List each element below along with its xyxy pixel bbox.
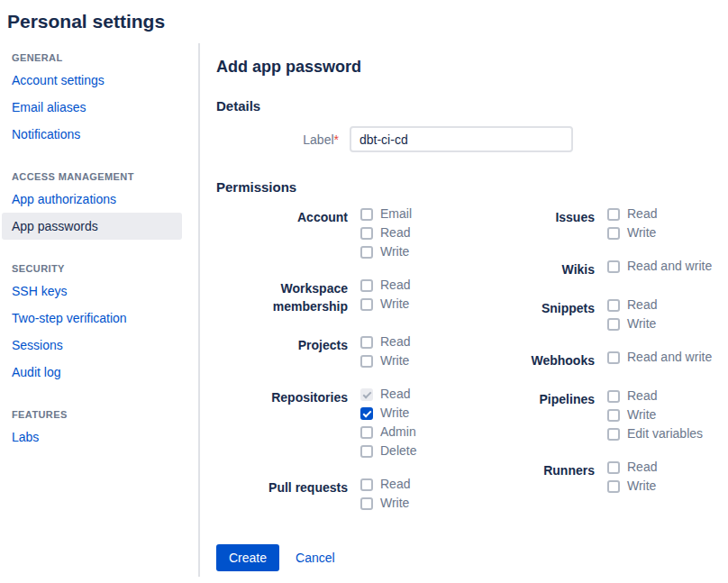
option-repositories-delete[interactable]: Delete [360, 444, 416, 458]
checkbox-label: Write [380, 245, 409, 259]
checkbox-label: Read [380, 387, 410, 401]
create-button[interactable]: Create [216, 544, 279, 571]
permission-group-label: Issues [503, 207, 607, 226]
sidebar-item-audit-log[interactable]: Audit log [2, 359, 182, 386]
sidebar-item-labs[interactable]: Labs [2, 424, 182, 451]
checkbox-account-write[interactable] [360, 246, 373, 259]
permission-group-label: Wikis [503, 260, 607, 278]
sidebar-section-access-management: ACCESS MANAGEMENT App authorizations App… [2, 171, 182, 240]
permission-group-account: Account Email Read [216, 207, 503, 259]
option-pipelines-read[interactable]: Read [607, 389, 703, 403]
checkbox-snippets-read[interactable] [607, 299, 620, 312]
checkbox-label: Write [627, 226, 656, 240]
checkbox-wikis-read-and-write[interactable] [607, 260, 620, 273]
checkbox-repositories-write[interactable] [360, 407, 373, 420]
sidebar-item-email-aliases[interactable]: Email aliases [2, 94, 182, 121]
checkbox-issues-read[interactable] [607, 208, 620, 221]
option-issues-write[interactable]: Write [607, 226, 657, 240]
option-repositories-write[interactable]: Write [360, 406, 416, 420]
checkbox-workspace-write[interactable] [360, 298, 373, 311]
page-title: Personal settings [0, 0, 728, 43]
checkbox-pipelines-read[interactable] [607, 390, 620, 403]
label-field-row: Label* [216, 126, 728, 152]
checkbox-issues-write[interactable] [607, 227, 620, 240]
checkbox-label: Read [380, 478, 410, 491]
sidebar-item-sessions[interactable]: Sessions [2, 332, 182, 359]
option-account-write[interactable]: Write [360, 245, 412, 259]
permission-options: Read and write [607, 351, 712, 364]
settings-layout: GENERAL Account settings Email aliases N… [0, 43, 728, 577]
checkbox-workspace-read[interactable] [360, 279, 373, 292]
permission-options: Read Write [607, 207, 657, 240]
checkbox-label: Write [380, 297, 409, 311]
option-projects-read[interactable]: Read [360, 335, 410, 349]
sidebar-item-app-passwords[interactable]: App passwords [2, 213, 182, 240]
sidebar-item-app-authorizations[interactable]: App authorizations [2, 186, 182, 213]
checkbox-account-read[interactable] [360, 227, 373, 240]
option-pull-requests-read[interactable]: Read [360, 478, 410, 491]
permission-group-projects: Projects Read Write [216, 335, 503, 368]
checkbox-projects-write[interactable] [360, 355, 373, 368]
label-caption-text: Label [303, 132, 333, 147]
sidebar-section-header: ACCESS MANAGEMENT [2, 171, 182, 186]
option-runners-read[interactable]: Read [607, 460, 657, 474]
checkbox-label: Read [380, 335, 410, 349]
sidebar-section-header: FEATURES [2, 409, 182, 424]
option-account-read[interactable]: Read [360, 226, 412, 240]
checkbox-runners-write[interactable] [607, 480, 620, 493]
permissions-section: Permissions Account Email [216, 179, 728, 510]
option-snippets-read[interactable]: Read [607, 298, 657, 312]
checkbox-repositories-admin[interactable] [360, 426, 373, 439]
permission-group-wikis: Wikis Read and write [503, 260, 728, 278]
sidebar-item-account-settings[interactable]: Account settings [2, 67, 182, 94]
checkbox-label: Read and write [627, 351, 712, 364]
permission-options: Read Write Edit variables [607, 389, 703, 441]
option-snippets-write[interactable]: Write [607, 317, 657, 331]
label-field-caption: Label* [216, 132, 350, 147]
checkbox-label: Email [380, 207, 412, 221]
permissions-heading: Permissions [216, 179, 728, 195]
checkbox-label: Read [380, 226, 410, 240]
checkbox-repositories-delete[interactable] [360, 445, 373, 458]
option-pull-requests-write[interactable]: Write [360, 496, 410, 510]
permission-group-label: Snippets [503, 298, 607, 317]
permission-group-label: Webhooks [503, 351, 607, 369]
sidebar-item-two-step-verification[interactable]: Two-step verification [2, 305, 182, 332]
cancel-link[interactable]: Cancel [296, 551, 335, 565]
sidebar-section-general: GENERAL Account settings Email aliases N… [2, 52, 182, 148]
option-webhooks-read-and-write[interactable]: Read and write [607, 351, 712, 364]
checkbox-projects-read[interactable] [360, 336, 373, 349]
option-pipelines-write[interactable]: Write [607, 408, 703, 422]
option-account-email[interactable]: Email [360, 207, 412, 221]
main-content: Add app password Details Label* Permissi… [200, 43, 728, 577]
option-repositories-admin[interactable]: Admin [360, 425, 416, 439]
checkbox-webhooks-read-and-write[interactable] [607, 351, 620, 364]
sidebar-item-ssh-keys[interactable]: SSH keys [2, 278, 182, 305]
checkbox-label: Read [627, 298, 657, 312]
sidebar-item-notifications[interactable]: Notifications [2, 121, 182, 148]
permissions-column-right: Issues Read Write [503, 207, 728, 510]
checkbox-snippets-write[interactable] [607, 318, 620, 331]
checkbox-pipelines-edit-variables[interactable] [607, 428, 620, 441]
permission-options: Read Write [607, 460, 657, 493]
checkbox-pull-requests-read[interactable] [360, 478, 373, 491]
checkbox-pipelines-write[interactable] [607, 409, 620, 422]
form-heading: Add app password [216, 58, 728, 77]
option-issues-read[interactable]: Read [607, 207, 657, 221]
checkbox-account-email[interactable] [360, 208, 373, 221]
checkbox-label: Read and write [627, 260, 712, 273]
option-workspace-read[interactable]: Read [360, 278, 410, 292]
option-projects-write[interactable]: Write [360, 354, 410, 368]
checkbox-label: Read [380, 278, 410, 292]
option-runners-write[interactable]: Write [607, 479, 657, 493]
details-heading: Details [216, 98, 728, 114]
permissions-columns: Account Email Read [216, 207, 728, 510]
option-wikis-read-and-write[interactable]: Read and write [607, 260, 712, 273]
option-workspace-write[interactable]: Write [360, 297, 410, 311]
option-pipelines-edit-variables[interactable]: Edit variables [607, 427, 703, 441]
checkbox-pull-requests-write[interactable] [360, 497, 373, 510]
label-input[interactable] [350, 126, 573, 152]
permission-options: Email Read Write [360, 207, 412, 259]
checkbox-runners-read[interactable] [607, 461, 620, 474]
checkbox-label: Write [627, 317, 656, 331]
